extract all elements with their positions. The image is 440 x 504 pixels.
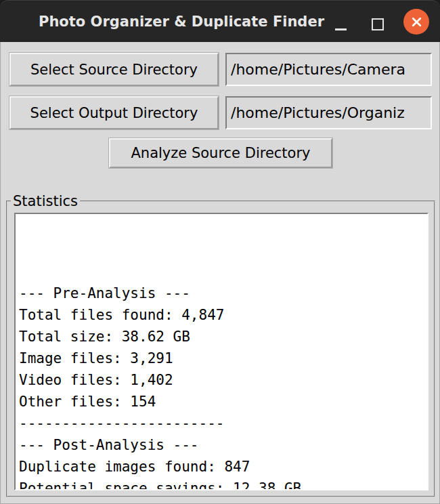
minimize-button[interactable] xyxy=(329,16,352,39)
window-titlebar[interactable]: Photo Organizer & Duplicate Finder xyxy=(0,0,440,42)
stats-line: Total size: 38.62 GB xyxy=(19,326,426,348)
select-output-directory-button[interactable]: Select Output Directory xyxy=(9,96,219,129)
stats-line: --- Pre-Analysis --- xyxy=(19,282,426,304)
stats-line: Total files found: 4,847 xyxy=(19,304,426,326)
close-icon xyxy=(411,16,422,28)
window-body: Select Source Directory Select Output Di… xyxy=(0,42,440,504)
analyze-source-button[interactable]: Analyze Source Directory xyxy=(109,138,332,168)
stats-line: --- Post-Analysis --- xyxy=(19,434,426,456)
stats-line: Other files: 154 xyxy=(19,391,426,413)
select-source-directory-button[interactable]: Select Source Directory xyxy=(9,53,219,86)
statistics-frame-label: Statistics xyxy=(11,192,80,211)
app-window: Photo Organizer & Duplicate Finder Selec… xyxy=(0,0,440,504)
stats-line: ------------------------ xyxy=(19,413,426,434)
source-path-entry[interactable] xyxy=(225,53,432,86)
close-button[interactable] xyxy=(403,9,429,35)
stats-line: Duplicate images found: 847 xyxy=(19,456,426,478)
window-title: Photo Organizer & Duplicate Finder xyxy=(39,14,324,30)
minimize-icon xyxy=(335,28,347,30)
maximize-icon xyxy=(372,18,384,30)
stats-line: Potential space savings: 12.38 GB xyxy=(19,478,426,490)
stats-line: Image files: 3,291 xyxy=(19,348,426,369)
output-path-entry[interactable] xyxy=(225,96,432,129)
statistics-frame: Statistics --- Pre-Analysis ---Total fil… xyxy=(6,201,435,497)
statistics-text-area[interactable]: --- Pre-Analysis ---Total files found: 4… xyxy=(14,213,428,490)
stats-line: Video files: 1,402 xyxy=(19,369,426,391)
maximize-button[interactable] xyxy=(366,13,389,36)
